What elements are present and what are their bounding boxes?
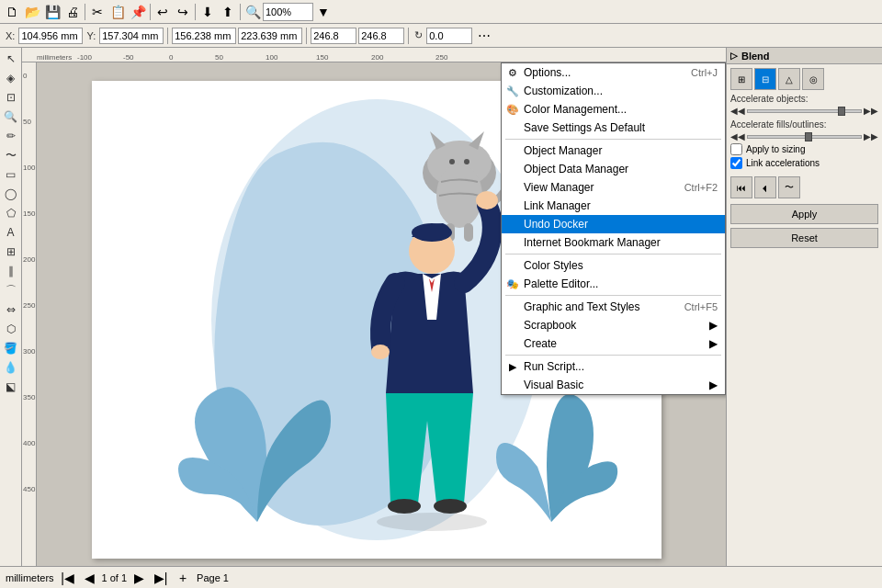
accel-fills-thumb[interactable]: [805, 132, 812, 141]
crop-tool[interactable]: ⊡: [2, 88, 20, 107]
menu-undo-docker[interactable]: Undo Docker: [502, 215, 725, 233]
menu-visual-basic[interactable]: Visual Basic ▶: [502, 376, 725, 394]
import-btn[interactable]: ⬇: [198, 2, 218, 22]
menu-scrapbook[interactable]: Scrapbook ▶: [502, 316, 725, 334]
ellipse-tool[interactable]: ◯: [2, 185, 20, 203]
open-btn[interactable]: 📂: [22, 2, 42, 22]
options-icon: ⚙: [505, 65, 520, 80]
blend-nav-prev[interactable]: ⏴: [754, 176, 776, 198]
more-toolbar-btns[interactable]: ⋯: [474, 26, 494, 46]
menu-link-manager[interactable]: Link Manager: [502, 197, 725, 215]
rectangle-tool[interactable]: ▭: [2, 165, 20, 184]
left-toolbox: ↖ ◈ ⊡ 🔍 ✏ 〜 ▭ ◯ ⬠ A ⊞ ∥ ⌒ ⇔ ⬡ 🪣 💧 ⬕: [0, 48, 22, 566]
accel-objects-slider-row: ◀◀ ▶▶: [730, 106, 878, 116]
blend-nav-first[interactable]: ⏮: [730, 176, 752, 198]
first-page-btn[interactable]: |◀: [58, 568, 78, 588]
menu-save-settings[interactable]: Save Settings As Default: [502, 119, 725, 137]
accel-fills-left-arrow[interactable]: ◀◀: [730, 131, 745, 141]
blend-tool[interactable]: ⬡: [2, 320, 20, 338]
accel-obj-right-arrow[interactable]: ▶▶: [864, 106, 878, 116]
print-btn[interactable]: 🖨: [62, 2, 83, 22]
zoom-input[interactable]: [263, 3, 313, 21]
select-tool[interactable]: ↖: [2, 50, 20, 68]
blend-type-btn1[interactable]: ⊞: [730, 68, 752, 90]
y-input[interactable]: [99, 28, 164, 44]
divider4: [505, 355, 721, 356]
menu-graphic-text-styles[interactable]: Graphic and Text Styles Ctrl+F5: [502, 298, 725, 316]
blend-type-btn2[interactable]: ⊟: [754, 68, 776, 90]
parallel-tool[interactable]: ∥: [2, 262, 20, 280]
menu-object-data-manager[interactable]: Object Data Manager: [502, 160, 725, 178]
zoom-tool[interactable]: 🔍: [2, 107, 20, 126]
accel-fills-right-arrow[interactable]: ▶▶: [864, 131, 878, 141]
blend-nav-row: ⏮ ⏴ 〜: [730, 176, 878, 198]
main-toolbar: 🗋 📂 💾 🖨 ✂ 📋 📌 ↩ ↪ ⬇ ⬆ 🔍 ▼: [0, 0, 882, 24]
fill-tool[interactable]: 🪣: [2, 339, 20, 357]
apply-button[interactable]: Apply: [730, 204, 878, 224]
connector-tool[interactable]: ⌒: [2, 281, 20, 300]
menu-color-management[interactable]: 🎨 Color Management...: [502, 100, 725, 119]
x-input[interactable]: [18, 28, 83, 44]
val1-input[interactable]: [311, 28, 356, 44]
measure-tool[interactable]: ⇔: [2, 300, 20, 319]
shape-tool[interactable]: ◈: [2, 69, 20, 87]
apply-sizing-row: Apply to sizing: [730, 143, 878, 155]
eyedrop-tool[interactable]: 💧: [2, 358, 20, 377]
freehand-tool[interactable]: ✏: [2, 127, 20, 145]
palette-editor-icon: 🎭: [505, 277, 520, 291]
height-input[interactable]: [238, 28, 302, 44]
menu-color-styles[interactable]: Color Styles: [502, 256, 725, 275]
menu-customization[interactable]: 🔧 Customization...: [502, 82, 725, 100]
accel-objects-track[interactable]: [747, 109, 862, 113]
apply-sizing-checkbox[interactable]: [730, 143, 742, 155]
last-page-btn[interactable]: ▶|: [151, 568, 171, 588]
prev-page-btn[interactable]: ◀: [80, 568, 100, 588]
page-navigation: |◀ ◀ 1 of 1 ▶ ▶| +: [58, 568, 194, 588]
blend-type-btn3[interactable]: △: [778, 68, 800, 90]
menu-palette-editor[interactable]: 🎭 Palette Editor...: [502, 275, 725, 293]
rotation-input[interactable]: [426, 28, 472, 44]
menu-internet-bookmark[interactable]: Internet Bookmark Manager: [502, 233, 725, 252]
undo-btn[interactable]: ↩: [153, 2, 173, 22]
smart-draw-tool[interactable]: 〜: [2, 146, 20, 164]
val2-input[interactable]: [358, 28, 404, 44]
paste-btn[interactable]: 📌: [128, 2, 148, 22]
menu-options[interactable]: ⚙ Options... Ctrl+J: [502, 63, 725, 82]
divider2: [505, 254, 721, 254]
copy-btn[interactable]: 📋: [107, 2, 128, 22]
next-page-btn[interactable]: ▶: [129, 568, 149, 588]
link-accel-checkbox[interactable]: [730, 157, 742, 169]
menu-run-script[interactable]: ▶ Run Script...: [502, 357, 725, 376]
blend-nav-curve[interactable]: 〜: [778, 176, 800, 198]
zoom-dropdown[interactable]: ▼: [313, 2, 334, 22]
dropdown-overlay[interactable]: ⚙ Options... Ctrl+J 🔧 Customization... 🎨…: [37, 62, 726, 566]
blend-type-btn4[interactable]: ◎: [802, 68, 824, 90]
outline-tool[interactable]: ⬕: [2, 378, 20, 396]
text-tool[interactable]: A: [2, 223, 20, 242]
accel-objects-thumb[interactable]: [838, 107, 845, 116]
sep1: [85, 4, 85, 20]
accel-fills-slider-row: ◀◀ ▶▶: [730, 131, 878, 141]
collapse-icon[interactable]: ▷: [730, 51, 738, 61]
ruler-horizontal: millimeters -100 -50 0 50 100 150 200 25…: [22, 48, 726, 62]
accel-obj-left-arrow[interactable]: ◀◀: [730, 106, 745, 116]
save-btn[interactable]: 💾: [42, 2, 62, 22]
add-page-btn[interactable]: +: [173, 568, 193, 588]
accel-fills-track[interactable]: [747, 135, 862, 139]
property-toolbar: X: Y: ↻ ⋯: [0, 24, 882, 48]
cut-btn[interactable]: ✂: [87, 2, 107, 22]
new-btn[interactable]: 🗋: [2, 2, 22, 22]
menu-object-manager[interactable]: Object Manager: [502, 141, 725, 160]
table-tool[interactable]: ⊞: [2, 243, 20, 261]
polygon-tool[interactable]: ⬠: [2, 204, 20, 222]
ruler-vertical: 0 50 100 150 200 250 300 350 400 450: [22, 62, 37, 566]
redo-btn[interactable]: ↪: [173, 2, 193, 22]
x-label: X:: [4, 30, 17, 41]
menu-view-manager[interactable]: View Manager Ctrl+F2: [502, 178, 725, 197]
export-btn[interactable]: ⬆: [218, 2, 238, 22]
menu-create[interactable]: Create ▶: [502, 334, 725, 353]
zoom-btn[interactable]: 🔍: [243, 2, 263, 22]
reset-button[interactable]: Reset: [730, 228, 878, 248]
drawing-canvas[interactable]: ⚙ Options... Ctrl+J 🔧 Customization... 🎨…: [37, 62, 726, 566]
width-input[interactable]: [172, 28, 236, 44]
